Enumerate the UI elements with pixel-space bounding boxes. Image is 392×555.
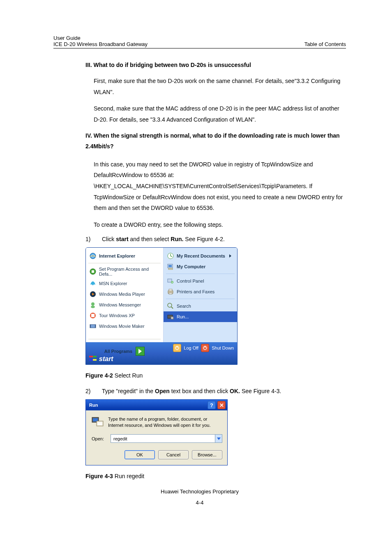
svg-rect-20: [169, 289, 172, 291]
svg-rect-33: [97, 423, 102, 425]
menu-label-search: Search: [177, 304, 191, 309]
menu-label-printers: Printers and Faxes: [177, 289, 214, 294]
section-4-para-2: To create a DWORD entry, see the followi…: [94, 219, 346, 230]
svg-marker-34: [217, 438, 221, 440]
menu-item-search[interactable]: Search: [164, 301, 237, 311]
run-icon: [167, 313, 174, 320]
start-menu: Internet Explorer Set Program Access and…: [85, 247, 238, 365]
menu-label-tour: Tour Windows XP: [99, 313, 135, 318]
step-2-text: Type "regedit" in the Open text box and …: [102, 388, 346, 394]
svg-rect-10: [90, 325, 91, 328]
menu-label-wmm: Windows Movie Maker: [99, 324, 145, 329]
svg-rect-18: [172, 282, 173, 283]
figure-4-2-caption: Figure 4-2 Select Run: [85, 372, 346, 379]
header-rule: [53, 48, 346, 48]
svg-rect-15: [168, 268, 173, 269]
msn-icon: [89, 280, 97, 287]
figure-4-3-caption: Figure 4-3 Run regedit: [85, 473, 346, 479]
menu-item-wmsg[interactable]: Windows Messenger: [86, 299, 163, 310]
ie-icon: [89, 252, 97, 260]
menu-item-my-computer[interactable]: My Computer: [164, 261, 237, 272]
titlebar-help-button[interactable]: ?: [208, 401, 216, 409]
step-1: 1) Click start and then select Run. See …: [85, 236, 346, 242]
open-input[interactable]: [111, 435, 215, 442]
menu-label-recent: My Recent Documents: [177, 253, 225, 258]
titlebar-close-button[interactable]: ✕: [217, 401, 226, 409]
menu-label-wmp: Windows Media Player: [99, 292, 145, 297]
menu-item-spad[interactable]: Set Program Access and Defa...: [86, 265, 163, 278]
menu-label-cpanel: Control Panel: [177, 279, 204, 283]
ok-button[interactable]: OK: [125, 450, 155, 459]
svg-rect-2: [92, 270, 94, 273]
menu-item-internet-explorer[interactable]: Internet Explorer: [86, 251, 163, 261]
svg-rect-9: [90, 325, 96, 328]
all-programs-label: All Programs: [104, 349, 132, 354]
wmp-icon: [89, 290, 97, 298]
recent-docs-icon: [167, 252, 174, 260]
menu-item-printers[interactable]: Printers and Faxes: [164, 286, 237, 297]
svg-rect-21: [169, 293, 172, 294]
menu-item-run[interactable]: Run...: [164, 311, 237, 322]
submenu-arrow-icon: [229, 254, 231, 258]
figure-4-3: Run ? ✕ Type the name of a program, fold…: [85, 399, 346, 465]
footer-page-number: 4-4: [53, 500, 346, 506]
menu-label-wmsg: Windows Messenger: [99, 302, 141, 307]
step-2: 2) Type "regedit" in the Open text box a…: [85, 388, 346, 394]
cancel-button[interactable]: Cancel: [158, 450, 189, 459]
all-programs-arrow-icon: [136, 347, 145, 356]
section-3-para-2: Second, make sure that the MAC address o…: [94, 103, 346, 125]
run-dialog-icon: [92, 416, 104, 427]
header-left-1: User Guide: [53, 35, 81, 41]
menu-item-control-panel[interactable]: Control Panel: [164, 276, 237, 286]
svg-line-23: [171, 307, 173, 309]
search-icon: [167, 302, 174, 310]
start-button[interactable]: start: [89, 355, 113, 363]
section-4-para-1: In this case, you may need to set the DW…: [94, 159, 346, 214]
start-menu-right-column: My Recent Documents My Computer Control …: [164, 248, 237, 342]
svg-point-6: [91, 306, 95, 308]
logoff-icon[interactable]: [173, 344, 181, 352]
tour-icon: [89, 312, 97, 319]
svg-rect-14: [168, 265, 172, 267]
my-computer-icon: [167, 263, 174, 270]
header-right: Table of Contents: [304, 41, 346, 47]
header-left-2: ICE D-20 Wireless Broadband Gateway: [53, 41, 148, 47]
menu-item-recent-docs[interactable]: My Recent Documents: [164, 251, 237, 261]
menu-label-run: Run...: [177, 314, 189, 319]
windows-flag-icon: [89, 356, 97, 362]
step-1-text: Click start and then select Run. See Fig…: [102, 236, 346, 242]
figure-4-2: Internet Explorer Set Program Access and…: [85, 247, 346, 365]
shutdown-icon[interactable]: [201, 344, 209, 352]
printers-icon: [167, 288, 174, 295]
menu-label-msn: MSN Explorer: [99, 281, 127, 286]
combobox-dropdown-button[interactable]: [215, 435, 222, 442]
menu-label-spad: Set Program Access and Defa...: [99, 267, 160, 276]
svg-point-5: [91, 302, 95, 306]
spad-icon: [89, 268, 97, 275]
footer-proprietary: Huawei Technologies Proprietary: [53, 488, 346, 495]
section-3-heading: III. What to do if bridging between two …: [85, 62, 346, 68]
run-dialog-titlebar: Run ? ✕: [86, 400, 227, 410]
run-dialog-title: Run: [89, 403, 206, 408]
run-dialog-description: Type the name of a program, folder, docu…: [108, 416, 222, 428]
open-combobox[interactable]: [111, 434, 222, 443]
step-2-num: 2): [85, 388, 102, 394]
svg-point-22: [168, 303, 172, 307]
menu-item-wmp[interactable]: Windows Media Player: [86, 289, 163, 299]
menu-item-tour[interactable]: Tour Windows XP: [86, 310, 163, 321]
svg-rect-11: [95, 325, 96, 328]
browse-button[interactable]: Browse...: [192, 450, 222, 459]
svg-rect-8: [91, 314, 95, 317]
page-header: User Guide ICE D-20 Wireless Broadband G…: [53, 35, 346, 47]
menu-item-msn[interactable]: MSN Explorer: [86, 278, 163, 289]
logoff-label[interactable]: Log Off: [184, 345, 198, 350]
menu-item-wmm[interactable]: Windows Movie Maker: [86, 321, 163, 332]
step-1-num: 1): [85, 236, 102, 242]
svg-rect-32: [97, 422, 102, 423]
section-4-heading: IV. When the signal strength is normal, …: [85, 131, 346, 151]
shutdown-label[interactable]: Shut Down: [212, 345, 234, 350]
menu-label-mycomp: My Computer: [177, 264, 205, 269]
control-panel-icon: [167, 277, 174, 285]
section-3-para-1: First, make sure that the two D-20s work…: [94, 76, 346, 97]
menu-label-ie: Internet Explorer: [99, 253, 135, 258]
